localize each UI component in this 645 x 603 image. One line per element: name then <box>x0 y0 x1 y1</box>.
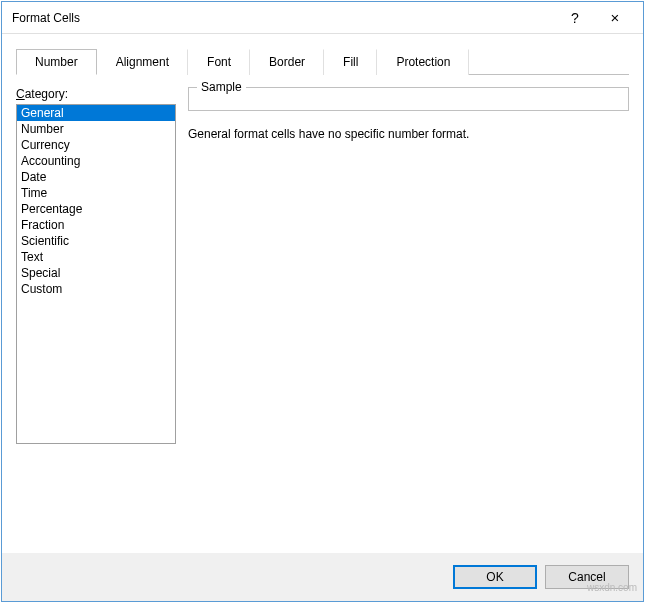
category-item-custom[interactable]: Custom <box>17 281 175 297</box>
dialog-content: Number Alignment Font Border Fill Protec… <box>2 34 643 553</box>
sample-label: Sample <box>197 80 246 94</box>
category-item-special[interactable]: Special <box>17 265 175 281</box>
dialog-title: Format Cells <box>12 11 555 25</box>
category-item-number[interactable]: Number <box>17 121 175 137</box>
details-section: Sample General format cells have no spec… <box>188 87 629 553</box>
help-button[interactable]: ? <box>555 10 595 26</box>
format-cells-dialog: Format Cells ? × Number Alignment Font B… <box>1 1 644 602</box>
category-label: Category: <box>16 87 176 101</box>
tab-number[interactable]: Number <box>16 49 97 75</box>
button-bar: OK Cancel <box>2 553 643 601</box>
category-item-scientific[interactable]: Scientific <box>17 233 175 249</box>
titlebar: Format Cells ? × <box>2 2 643 34</box>
category-item-fraction[interactable]: Fraction <box>17 217 175 233</box>
format-description: General format cells have no specific nu… <box>188 127 629 141</box>
category-section: Category: General Number Currency Accoun… <box>16 87 176 553</box>
tab-alignment[interactable]: Alignment <box>97 49 188 75</box>
category-item-text[interactable]: Text <box>17 249 175 265</box>
tab-protection[interactable]: Protection <box>377 49 469 75</box>
close-button[interactable]: × <box>595 9 635 26</box>
tab-font[interactable]: Font <box>188 49 250 75</box>
category-item-general[interactable]: General <box>17 105 175 121</box>
category-item-currency[interactable]: Currency <box>17 137 175 153</box>
tab-fill[interactable]: Fill <box>324 49 377 75</box>
category-item-percentage[interactable]: Percentage <box>17 201 175 217</box>
category-item-date[interactable]: Date <box>17 169 175 185</box>
category-listbox[interactable]: General Number Currency Accounting Date … <box>16 104 176 444</box>
category-item-accounting[interactable]: Accounting <box>17 153 175 169</box>
watermark: wsxdn.com <box>587 582 637 593</box>
panel: Category: General Number Currency Accoun… <box>16 75 629 553</box>
tab-border[interactable]: Border <box>250 49 324 75</box>
ok-button[interactable]: OK <box>453 565 537 589</box>
category-item-time[interactable]: Time <box>17 185 175 201</box>
tab-strip: Number Alignment Font Border Fill Protec… <box>16 48 629 75</box>
sample-fieldset: Sample <box>188 87 629 111</box>
